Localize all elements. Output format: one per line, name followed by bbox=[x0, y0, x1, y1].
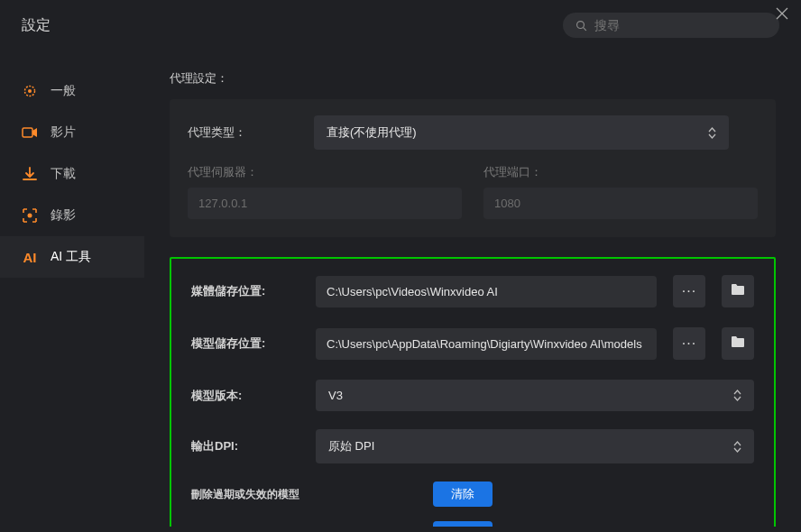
sidebar-item-label: AI 工具 bbox=[51, 249, 91, 265]
ellipsis-icon: ··· bbox=[682, 336, 696, 351]
storage-settings-box: 媒體儲存位置: C:\Users\pc\Videos\Winxvideo AI … bbox=[170, 257, 776, 527]
search-icon bbox=[575, 19, 587, 32]
sidebar-item-video[interactable]: 影片 bbox=[0, 112, 144, 153]
gear-icon bbox=[22, 83, 38, 99]
output-dpi-value: 原始 DPI bbox=[328, 438, 374, 454]
search-box[interactable] bbox=[563, 13, 779, 38]
model-version-select[interactable]: V3 bbox=[316, 380, 754, 411]
ai-icon: AI bbox=[22, 249, 38, 265]
close-icon[interactable] bbox=[776, 7, 788, 23]
media-storage-label: 媒體儲存位置: bbox=[191, 283, 299, 299]
sidebar-item-general[interactable]: 一般 bbox=[0, 70, 144, 112]
content-area: 代理設定： 代理类型： 直接(不使用代理) 代理伺服器： 代理 bbox=[144, 60, 801, 527]
model-storage-path: C:\Users\pc\AppData\Roaming\Digiarty\Win… bbox=[316, 328, 657, 360]
sidebar: 一般 影片 下載 錄影 AI AI 工具 bbox=[0, 60, 144, 527]
chevron-updown-icon bbox=[733, 390, 741, 401]
sidebar-item-label: 下載 bbox=[51, 166, 76, 182]
svg-point-4 bbox=[28, 214, 32, 218]
proxy-port-input[interactable] bbox=[483, 188, 758, 219]
sidebar-item-label: 一般 bbox=[51, 83, 76, 99]
proxy-type-value: 直接(不使用代理) bbox=[327, 124, 417, 141]
search-input[interactable] bbox=[594, 18, 767, 32]
svg-point-2 bbox=[28, 89, 32, 93]
model-storage-label: 模型儲存位置: bbox=[191, 335, 299, 352]
download-icon bbox=[22, 166, 38, 182]
clear-cache-label: 清除暫存檔以釋放儲存空間 bbox=[191, 527, 417, 527]
clear-cache-button[interactable]: 清除 bbox=[433, 521, 493, 527]
proxy-server-input[interactable] bbox=[188, 188, 462, 219]
proxy-type-select[interactable]: 直接(不使用代理) bbox=[314, 115, 729, 150]
folder-icon bbox=[731, 283, 745, 299]
header: 設定 bbox=[0, 0, 801, 60]
chevron-updown-icon bbox=[708, 127, 716, 139]
sidebar-item-download[interactable]: 下載 bbox=[0, 153, 144, 195]
output-dpi-label: 輸出DPI: bbox=[191, 438, 299, 454]
record-icon bbox=[22, 207, 38, 224]
model-open-folder-button[interactable] bbox=[722, 327, 754, 360]
chevron-updown-icon bbox=[733, 441, 741, 453]
proxy-server-label: 代理伺服器： bbox=[188, 164, 296, 180]
ellipsis-icon: ··· bbox=[682, 284, 696, 298]
folder-icon bbox=[731, 335, 745, 352]
model-version-label: 模型版本: bbox=[191, 388, 299, 404]
model-browse-button[interactable]: ··· bbox=[673, 327, 705, 360]
sidebar-item-ai-tools[interactable]: AI AI 工具 bbox=[0, 236, 144, 278]
sidebar-item-record[interactable]: 錄影 bbox=[0, 195, 144, 236]
clear-expired-models-label: 刪除過期或失效的模型 bbox=[191, 487, 417, 502]
proxy-settings-box: 代理类型： 直接(不使用代理) 代理伺服器： 代理端口： bbox=[170, 99, 776, 237]
output-dpi-select[interactable]: 原始 DPI bbox=[316, 429, 754, 463]
svg-rect-3 bbox=[23, 128, 32, 137]
video-icon bbox=[22, 124, 38, 141]
media-browse-button[interactable]: ··· bbox=[673, 275, 705, 307]
sidebar-item-label: 影片 bbox=[51, 124, 76, 141]
model-version-value: V3 bbox=[328, 389, 343, 402]
proxy-port-label: 代理端口： bbox=[483, 164, 592, 180]
svg-point-0 bbox=[577, 22, 585, 29]
page-title: 設定 bbox=[22, 16, 51, 35]
media-open-folder-button[interactable] bbox=[722, 275, 754, 307]
media-storage-path: C:\Users\pc\Videos\Winxvideo AI bbox=[316, 276, 657, 307]
proxy-section-label: 代理設定： bbox=[170, 70, 776, 87]
proxy-type-label: 代理类型： bbox=[188, 124, 296, 141]
sidebar-item-label: 錄影 bbox=[51, 207, 76, 224]
clear-expired-models-button[interactable]: 清除 bbox=[433, 482, 493, 507]
